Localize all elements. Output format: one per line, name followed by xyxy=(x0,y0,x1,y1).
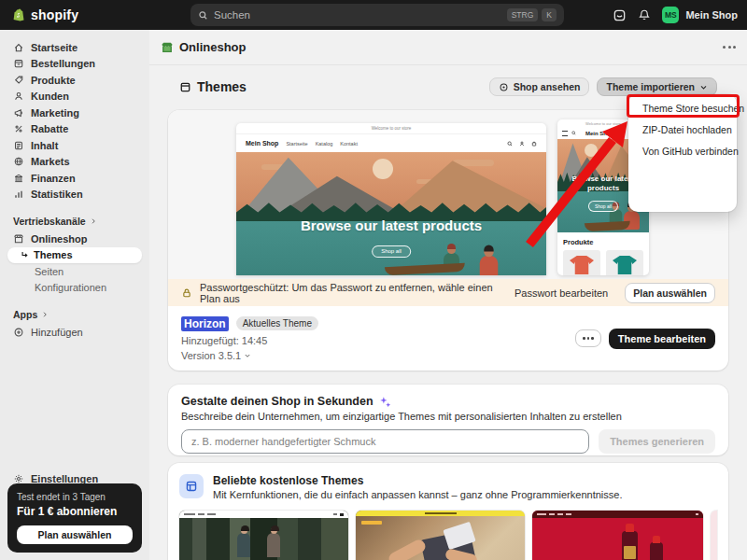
chevron-right-icon xyxy=(41,311,49,318)
view-shop-button[interactable]: Shop ansehen xyxy=(489,77,590,96)
search-icon xyxy=(571,131,576,135)
sidebar-item-konfigurationen[interactable]: Konfigurationen xyxy=(7,280,142,297)
generate-themes-button[interactable]: Themes generieren xyxy=(599,429,715,454)
preview-nav-katalog: Katalog xyxy=(316,141,333,147)
preview-nav-kontakt: Kontakt xyxy=(340,141,358,147)
corner-arrow-icon xyxy=(20,250,30,260)
theme-name-highlighted[interactable]: Horizon xyxy=(181,316,229,331)
kbd-k: K xyxy=(542,8,557,21)
products-tag-icon xyxy=(13,75,24,86)
apps-header[interactable]: Apps xyxy=(13,309,142,320)
search-input[interactable]: Suchen STRG K xyxy=(190,4,564,26)
sidebar-item-markets[interactable]: Markets xyxy=(7,154,142,171)
sidebar-item-themes-selected[interactable]: Themes xyxy=(7,247,142,264)
preview3-navbar xyxy=(532,511,703,518)
hero-illustration: Browse our latest products Shop all xyxy=(236,152,546,275)
sidebar-item-produkte[interactable]: Produkte xyxy=(7,72,142,89)
theme-added-time: Hinzugefügt: 14:45 xyxy=(181,335,318,346)
chevron-down-icon xyxy=(699,83,708,91)
theme-generator-card: Gestalte deinen Shop in Sekunden Beschre… xyxy=(168,385,728,455)
view-eye-icon xyxy=(499,82,509,92)
chevron-down-icon xyxy=(244,352,251,359)
inbox-icon[interactable] xyxy=(613,8,627,22)
mobile-products-heading: Produkte xyxy=(557,232,649,250)
sidebar-item-startseite[interactable]: Startseite xyxy=(7,39,142,56)
menu-burger-icon xyxy=(562,131,568,136)
sidebar-item-kunden[interactable]: Kunden xyxy=(7,89,142,105)
trial-line1: Test endet in 3 Tagen xyxy=(17,492,133,502)
free-theme-preview-1[interactable] xyxy=(179,511,348,560)
sparkles-icon xyxy=(379,396,391,408)
cart-bag-icon xyxy=(531,141,537,147)
avatar[interactable]: MS xyxy=(662,7,679,23)
themes-blue-icon xyxy=(179,474,204,498)
current-theme-section: Horizon Aktuelles Theme Hinzugefügt: 14:… xyxy=(168,306,728,371)
choose-plan-button[interactable]: Plan auswählen xyxy=(625,283,715,303)
hero-shop-all-button: Shop all xyxy=(372,245,411,258)
free-theme-preview-4-edge xyxy=(711,511,717,560)
shopify-wordmark: shopify xyxy=(31,7,78,22)
generator-subtitle: Beschreibe dein Unternehmen, um einzigar… xyxy=(181,411,715,422)
sidebar: Startseite Bestellungen Produkte Kunden … xyxy=(0,30,149,560)
analytics-bars-icon xyxy=(13,189,24,200)
page-header: Onlineshop xyxy=(149,30,747,65)
edit-theme-button[interactable]: Theme bearbeiten xyxy=(609,329,715,349)
mobile-shop-name: Mein Shop xyxy=(585,131,613,136)
photo-person xyxy=(267,527,280,557)
page-more-icon[interactable] xyxy=(723,46,736,49)
chevron-right-icon xyxy=(90,217,97,225)
menu-item-zip-upload[interactable]: ZIP-Datei hochladen xyxy=(628,119,737,140)
customers-icon xyxy=(13,91,24,102)
search-placeholder: Suchen xyxy=(214,9,503,21)
sidebar-item-statistiken[interactable]: Statistiken xyxy=(7,187,142,203)
edit-password-link[interactable]: Passwort bearbeiten xyxy=(514,287,608,299)
free-theme-preview-3[interactable]: SAVOR EVERY. LAST. BITE. xyxy=(532,511,703,560)
hero-title: Browse our latest products xyxy=(236,217,546,233)
trial-line2: Für 1 € abonnieren xyxy=(17,505,133,518)
preview2-announcement xyxy=(356,511,525,516)
preview-announcement: Welcome to our store xyxy=(236,123,546,134)
marketing-icon xyxy=(13,107,24,119)
lock-icon xyxy=(181,287,192,299)
markets-globe-icon xyxy=(13,156,24,167)
preview-shop-name: Mein Shop xyxy=(246,140,278,147)
desktop-preview[interactable]: Welcome to our store Mein Shop Startseit… xyxy=(236,123,546,275)
notifications-bell-icon[interactable] xyxy=(638,8,651,21)
topbar-actions: MS Mein Shop xyxy=(613,0,738,30)
free-themes-subtitle: Mit Kernfunktionen, die du einfach anpas… xyxy=(213,489,622,500)
shop-name[interactable]: Mein Shop xyxy=(685,9,738,21)
menu-item-github[interactable]: Von GitHub verbinden xyxy=(628,140,737,161)
import-theme-dropdown: Theme Store besuchen ZIP-Datei hochladen… xyxy=(628,94,737,212)
generator-title: Gestalte deinen Shop in Sekunden xyxy=(181,395,374,408)
sidebar-item-rabatte[interactable]: Rabatte xyxy=(7,121,142,138)
product-tile-teal-shirt xyxy=(606,250,643,275)
theme-version[interactable]: Version 3.5.1 xyxy=(181,350,318,361)
themes-title: Themes xyxy=(197,79,247,94)
shopify-logo[interactable]: shopify xyxy=(11,7,78,22)
orders-icon xyxy=(13,58,24,69)
sidebar-item-inhalt[interactable]: Inhalt xyxy=(7,137,142,154)
preview2-logo xyxy=(361,521,382,525)
sales-channels-header[interactable]: Vertriebskanäle xyxy=(13,216,142,227)
sidebar-item-marketing[interactable]: Marketing xyxy=(7,105,142,121)
sidebar-item-seiten[interactable]: Seiten xyxy=(7,263,142,280)
shopify-bag-icon xyxy=(11,7,26,22)
kbd-strg: STRG xyxy=(507,8,539,21)
current-theme-badge: Aktuelles Theme xyxy=(236,316,318,330)
theme-more-button[interactable] xyxy=(575,329,601,347)
trial-plan-button[interactable]: Plan auswählen xyxy=(17,525,133,544)
sidebar-item-onlineshop[interactable]: Onlineshop xyxy=(7,231,142,247)
import-theme-button[interactable]: Theme importieren xyxy=(597,77,717,96)
theme-description-input[interactable] xyxy=(181,429,589,454)
discounts-icon xyxy=(13,123,24,134)
themes-icon xyxy=(179,81,191,93)
menu-item-theme-store[interactable]: Theme Store besuchen xyxy=(628,97,737,119)
preview-nav-startseite: Startseite xyxy=(286,141,307,147)
free-theme-preview-2[interactable] xyxy=(356,511,525,560)
preview-navbar: Mein Shop Startseite Katalog Kontakt xyxy=(236,134,546,152)
sidebar-item-hinzufuegen[interactable]: Hinzufügen xyxy=(7,324,142,341)
sidebar-item-bestellungen[interactable]: Bestellungen xyxy=(7,56,142,73)
content-icon xyxy=(13,140,24,151)
plus-circle-icon xyxy=(13,327,24,338)
sidebar-item-finanzen[interactable]: Finanzen xyxy=(7,170,142,187)
